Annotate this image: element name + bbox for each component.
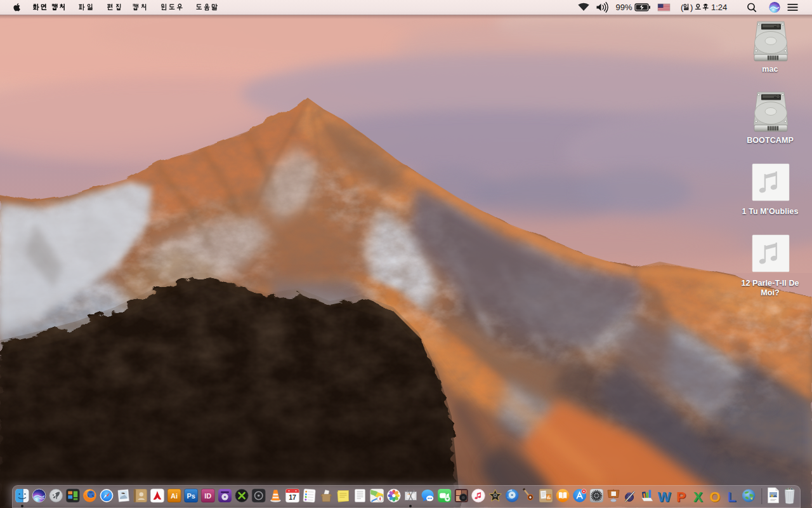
svg-text:17: 17 bbox=[289, 493, 296, 501]
svg-text:ID: ID bbox=[204, 492, 211, 500]
svg-text:Ai: Ai bbox=[171, 492, 178, 500]
svg-text:X: X bbox=[693, 489, 703, 505]
svg-text:Ps: Ps bbox=[187, 492, 195, 500]
svg-text:L: L bbox=[728, 489, 736, 505]
svg-text:O: O bbox=[709, 489, 720, 505]
svg-text:P: P bbox=[676, 489, 686, 505]
svg-text:(: ( bbox=[681, 3, 684, 12]
svg-text:99%: 99% bbox=[616, 3, 632, 12]
svg-text:): ) bbox=[690, 3, 693, 12]
svg-text:W: W bbox=[658, 489, 671, 505]
svg-text:1:24: 1:24 bbox=[711, 3, 727, 12]
